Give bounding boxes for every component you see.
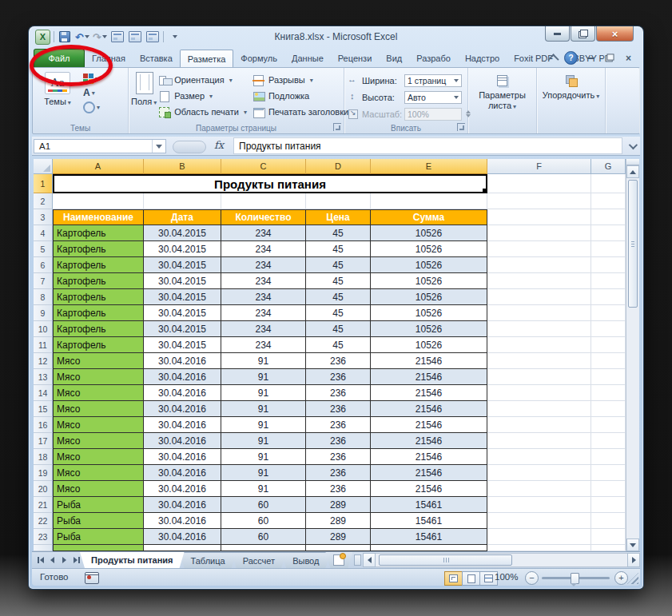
cell-qty-14[interactable]: 91 — [221, 385, 306, 401]
cell-f20[interactable] — [487, 481, 591, 497]
cell-f22[interactable] — [487, 513, 591, 529]
cell-sum-17[interactable]: 21546 — [371, 433, 487, 449]
cell-qty-5[interactable]: 234 — [221, 241, 306, 257]
cell-sum-24[interactable] — [371, 545, 487, 551]
cell-date-14[interactable]: 30.04.2016 — [144, 385, 221, 401]
ribbon-tab-8[interactable]: Разрабо — [409, 50, 458, 66]
cell-g12[interactable] — [591, 353, 626, 369]
cell-f7[interactable] — [487, 273, 591, 289]
cell-price-5[interactable]: 45 — [306, 241, 371, 257]
cell-f23[interactable] — [487, 529, 591, 545]
cell-qty-18[interactable]: 91 — [221, 449, 306, 465]
zoom-slider-thumb[interactable] — [571, 573, 579, 584]
horizontal-scrollbar[interactable] — [363, 553, 640, 567]
column-header-D[interactable]: D — [306, 159, 371, 174]
row-header-8[interactable]: 8 — [34, 289, 53, 305]
row-header-15[interactable]: 15 — [34, 401, 53, 417]
fit-dialog-launcher[interactable] — [457, 123, 465, 131]
cell-price-20[interactable]: 236 — [306, 481, 371, 497]
cell-c2[interactable] — [221, 193, 306, 209]
cell-price-12[interactable]: 236 — [306, 353, 371, 369]
cell-g3[interactable] — [591, 209, 626, 225]
tab-area-splitter[interactable] — [354, 554, 361, 566]
row-header-13[interactable]: 13 — [34, 369, 53, 385]
cell-name-24[interactable] — [53, 545, 144, 551]
cell-f9[interactable] — [487, 305, 591, 321]
row-header-12[interactable]: 12 — [34, 353, 53, 369]
cell-date-17[interactable]: 30.04.2016 — [144, 433, 221, 449]
watermark-button[interactable]: Подложка — [251, 88, 352, 104]
column-header-C[interactable]: C — [221, 159, 306, 174]
cell-date-15[interactable]: 30.04.2016 — [144, 401, 221, 417]
cell-qty-9[interactable]: 234 — [221, 305, 306, 321]
sheet-options-button[interactable]: Параметры листа — [474, 70, 531, 110]
cell-f1[interactable] — [487, 174, 591, 193]
vertical-scroll-thumb[interactable] — [628, 180, 638, 308]
cell-g8[interactable] — [591, 289, 626, 305]
cell-f13[interactable] — [487, 369, 591, 385]
ribbon-tab-5[interactable]: Данные — [284, 50, 331, 66]
scroll-down-button[interactable] — [626, 539, 639, 551]
cell-f14[interactable] — [487, 385, 591, 401]
cell-name-19[interactable]: Мясо — [53, 465, 144, 481]
formula-input[interactable]: Продукты питания — [233, 137, 622, 154]
cell-g4[interactable] — [591, 225, 626, 241]
cell-date-16[interactable]: 30.04.2016 — [144, 417, 221, 433]
cell-g9[interactable] — [591, 305, 626, 321]
cell-name-8[interactable]: Картофель — [53, 289, 144, 305]
column-header-A[interactable]: A — [53, 159, 144, 174]
scroll-right-button[interactable] — [627, 553, 640, 567]
cell-f12[interactable] — [487, 353, 591, 369]
cell-f3[interactable] — [487, 209, 591, 225]
cell-f16[interactable] — [487, 417, 591, 433]
cell-sum-15[interactable]: 21546 — [371, 401, 487, 417]
scroll-up-button[interactable] — [626, 165, 639, 178]
cell-g16[interactable] — [591, 417, 626, 433]
cell-name-10[interactable]: Картофель — [53, 321, 144, 337]
cell-date-12[interactable]: 30.04.2016 — [144, 353, 221, 369]
cell-price-11[interactable]: 45 — [306, 337, 371, 353]
scroll-left-button[interactable] — [363, 553, 376, 567]
cell-price-4[interactable]: 45 — [306, 225, 371, 241]
cell-price-6[interactable]: 45 — [306, 257, 371, 273]
theme-fonts-button[interactable]: A — [82, 86, 101, 99]
column-header-F[interactable]: F — [487, 159, 591, 174]
horizontal-scroll-thumb[interactable] — [379, 554, 512, 566]
cell-f19[interactable] — [487, 465, 591, 481]
cell-f21[interactable] — [487, 497, 591, 513]
table-header-5[interactable]: Сумма — [371, 209, 487, 225]
workbook-restore-button[interactable] — [602, 53, 616, 64]
column-header-B[interactable]: B — [144, 159, 221, 174]
cell-g13[interactable] — [591, 369, 626, 385]
horizontal-scroll-track[interactable] — [376, 553, 627, 567]
cell-qty-11[interactable]: 234 — [221, 337, 306, 353]
cell-sum-18[interactable]: 21546 — [371, 449, 487, 465]
cell-qty-16[interactable]: 91 — [221, 417, 306, 433]
row-header-16[interactable]: 16 — [34, 417, 53, 433]
cell-d2[interactable] — [306, 193, 371, 209]
cell-name-12[interactable]: Мясо — [53, 353, 144, 369]
row-header-24[interactable] — [34, 545, 53, 551]
size-button[interactable]: Размер — [157, 88, 251, 104]
cell-date-5[interactable]: 30.04.2015 — [144, 241, 221, 257]
minimize-button[interactable] — [545, 26, 570, 42]
row-header-4[interactable]: 4 — [34, 225, 53, 241]
cell-date-18[interactable]: 30.04.2016 — [144, 449, 221, 465]
cell-a2[interactable] — [53, 193, 144, 209]
cell-qty-12[interactable]: 91 — [221, 353, 306, 369]
ribbon-tab-6[interactable]: Рецензи — [331, 50, 380, 66]
sheet-tab-1[interactable]: Продукты питания — [80, 552, 185, 568]
cell-g1[interactable] — [591, 174, 626, 193]
cell-f17[interactable] — [487, 433, 591, 449]
cell-sum-8[interactable]: 10526 — [371, 289, 487, 305]
redo-button[interactable]: ↷ — [93, 30, 107, 43]
insert-function-button[interactable]: fx — [214, 139, 224, 151]
save-button[interactable] — [58, 30, 72, 43]
expand-formula-bar-button[interactable] — [626, 141, 638, 151]
cell-g24[interactable] — [591, 545, 626, 551]
formula-bar-splitter[interactable] — [173, 141, 206, 153]
cell-price-23[interactable]: 289 — [306, 529, 371, 545]
cell-price-7[interactable]: 45 — [306, 273, 371, 289]
cell-name-17[interactable]: Мясо — [53, 433, 144, 449]
cell-name-7[interactable]: Картофель — [53, 273, 144, 289]
